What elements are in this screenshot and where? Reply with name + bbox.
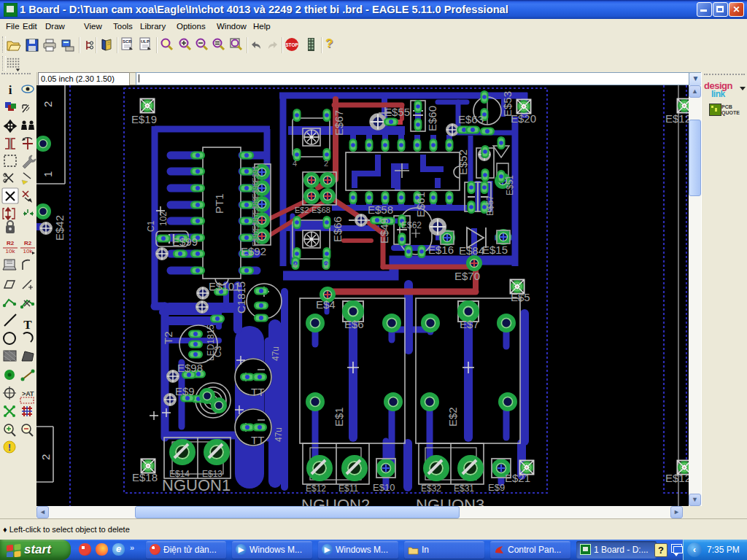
svg-text:E$66: E$66 — [331, 217, 344, 242]
svg-text:E$98: E$98 — [177, 362, 203, 374]
svg-text:E$49: E$49 — [378, 218, 390, 244]
svg-text:1: 1 — [42, 171, 54, 177]
svg-text:E$51: E$51 — [505, 175, 515, 195]
svg-text:E$52: E$52 — [457, 149, 469, 175]
svg-text:C1815: C1815 — [235, 281, 247, 314]
svg-text:E$57: E$57 — [485, 195, 495, 216]
svg-text:STOP: STOP — [285, 42, 298, 47]
svg-text:E$12: E$12 — [665, 112, 689, 125]
svg-text:E$12: E$12 — [306, 483, 326, 494]
svg-text:E$9: E$9 — [488, 482, 505, 493]
svg-text:TT: TT — [251, 386, 264, 398]
svg-text:E$53: E$53 — [501, 91, 514, 117]
svg-text:NGUON3: NGUON3 — [416, 496, 484, 506]
svg-text:102: 102 — [158, 211, 169, 226]
svg-text:E$2: E$2 — [446, 407, 459, 427]
svg-text:2: 2 — [39, 454, 52, 460]
svg-text:E$19: E$19 — [131, 113, 157, 125]
svg-text:E$58: E$58 — [368, 203, 393, 216]
svg-text:E$99: E$99 — [172, 236, 198, 248]
svg-text:47u: 47u — [271, 346, 281, 361]
svg-text:2: 2 — [324, 261, 328, 270]
svg-text:i: i — [9, 83, 12, 97]
svg-text:C1: C1 — [146, 220, 156, 232]
svg-text:E$7: E$7 — [460, 318, 479, 330]
svg-text:E$89: E$89 — [252, 197, 260, 214]
svg-text:PT1: PT1 — [213, 193, 225, 214]
svg-text:E$67: E$67 — [333, 110, 345, 136]
svg-text:E$12: E$12 — [665, 472, 689, 484]
svg-text:47u: 47u — [274, 427, 284, 442]
svg-text:E$91: E$91 — [252, 165, 260, 182]
svg-text:R2: R2 — [24, 240, 32, 246]
svg-text:ULP: ULP — [141, 39, 150, 44]
svg-text:4: 4 — [293, 261, 297, 270]
svg-text:NGUON1: NGUON1 — [162, 476, 231, 494]
svg-text:E$32: E$32 — [421, 483, 441, 494]
svg-text:>AT: >AT — [22, 390, 34, 397]
svg-text:TT: TT — [251, 434, 264, 446]
svg-text:E$20: E$20 — [511, 112, 536, 125]
svg-text:E$92: E$92 — [252, 229, 260, 246]
svg-text:E$10: E$10 — [373, 482, 395, 493]
svg-text:E$62: E$62 — [401, 220, 422, 230]
svg-text:E$4: E$4 — [316, 298, 336, 311]
svg-text:E$6: E$6 — [344, 318, 364, 330]
svg-text:10k: 10k — [6, 248, 16, 254]
svg-text:E$5: E$5 — [511, 291, 530, 303]
svg-text:E$21: E$21 — [505, 472, 530, 484]
svg-text:E$15: E$15 — [482, 244, 508, 256]
svg-text:2: 2 — [324, 159, 328, 168]
svg-text:NGUON2: NGUON2 — [301, 496, 370, 506]
svg-text:E$87: E$87 — [252, 213, 260, 230]
svg-text:10k: 10k — [23, 248, 34, 254]
svg-text:E$84: E$84 — [459, 244, 484, 257]
svg-text:E$9: E$9 — [175, 385, 195, 397]
svg-text:E$1: E$1 — [333, 407, 345, 427]
svg-text:4: 4 — [293, 159, 297, 168]
svg-text:2: 2 — [42, 101, 54, 107]
svg-text:R2: R2 — [7, 240, 15, 246]
svg-text:T2: T2 — [162, 331, 174, 344]
svg-text:E$70: E$70 — [454, 270, 480, 282]
svg-text:!: ! — [8, 443, 11, 453]
svg-text:E$2·E$68: E$2·E$68 — [295, 206, 330, 214]
svg-text:T: T — [23, 318, 32, 332]
svg-text:E$18: E$18 — [132, 471, 158, 483]
svg-text:E$55: E$55 — [384, 106, 410, 118]
svg-text:E$31: E$31 — [454, 483, 474, 494]
svg-text:E$63: E$63 — [458, 113, 484, 125]
svg-text:C3: C3 — [213, 346, 223, 357]
svg-text:E$90: E$90 — [252, 181, 260, 198]
svg-text:E$16: E$16 — [428, 244, 454, 256]
svg-text:SCR: SCR — [123, 39, 132, 44]
svg-text:E$11: E$11 — [338, 483, 358, 494]
svg-text:E$61: E$61 — [414, 192, 427, 217]
svg-text:E$60: E$60 — [426, 106, 438, 131]
svg-text:E$42: E$42 — [53, 215, 66, 241]
